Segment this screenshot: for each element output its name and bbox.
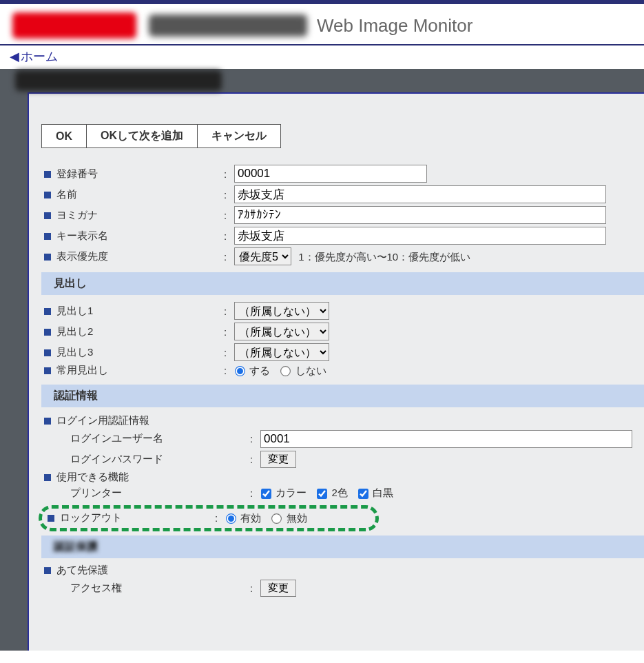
bullet-icon xyxy=(44,233,51,240)
bullet-icon xyxy=(44,308,51,315)
priority-label: 表示優先度 xyxy=(56,250,108,262)
name-label: 名前 xyxy=(56,188,77,200)
heading2-select[interactable]: （所属しない） xyxy=(234,323,329,340)
bullet-icon xyxy=(44,349,51,356)
auth-fields: ログイン用認証情報 ログインユーザー名 : ログインパスワード : 変更 使用で… xyxy=(41,413,644,502)
yomigana-label: ヨミガナ xyxy=(56,209,98,221)
heading1-select[interactable]: （所属しない） xyxy=(234,302,329,320)
breadcrumb-home[interactable]: ホーム xyxy=(21,50,58,63)
login-pw-label: ログインパスワード xyxy=(70,453,163,465)
section-auth: 認証情報 xyxy=(41,385,644,407)
printer-bw-label[interactable]: 白黒 xyxy=(357,487,393,498)
address-edit-dialog: OK OKして次を追加 キャンセル 登録番号 : 名前 : ヨミ xyxy=(28,92,644,651)
ok-and-add-next-button[interactable]: OKして次を追加 xyxy=(87,125,198,148)
key-display-input[interactable] xyxy=(234,227,606,245)
breadcrumb[interactable]: ◀ホーム xyxy=(0,45,644,68)
bullet-icon xyxy=(44,567,51,574)
login-info-label: ログイン用認証情報 xyxy=(56,414,149,426)
common-heading-no-radio[interactable] xyxy=(280,366,291,376)
common-heading-yes-radio[interactable] xyxy=(235,366,245,376)
features-label: 使用できる機能 xyxy=(56,471,129,482)
bullet-icon xyxy=(44,192,51,198)
background-page-title-blurred xyxy=(15,70,222,91)
lockout-highlight: ロックアウト : 有効 無効 xyxy=(39,505,379,531)
reg-no-input[interactable] xyxy=(234,165,427,183)
login-pw-change-button[interactable]: 変更 xyxy=(260,451,296,468)
key-display-label: キー表示名 xyxy=(56,229,108,241)
dialog-button-row: OK OKして次を追加 キャンセル xyxy=(41,124,644,148)
priority-note: 1：優先度が高い〜10：優先度が低い xyxy=(298,251,470,263)
bullet-icon xyxy=(44,212,51,219)
lockout-label: ロックアウト xyxy=(60,511,122,523)
heading3-label: 見出し3 xyxy=(56,346,93,358)
common-heading-yes-label[interactable]: する xyxy=(234,365,270,376)
name-input[interactable] xyxy=(234,185,606,203)
cancel-button[interactable]: キャンセル xyxy=(198,125,281,148)
brand-logo xyxy=(12,12,136,39)
bullet-icon xyxy=(44,171,51,178)
lockout-enabled-radio[interactable] xyxy=(226,513,236,524)
printer-bw-checkbox[interactable] xyxy=(358,489,368,499)
login-user-input[interactable] xyxy=(260,430,632,448)
ok-button[interactable]: OK xyxy=(42,125,87,148)
section-auth-protect-blurred: 認証保護 xyxy=(41,536,644,558)
basic-fields: 登録番号 : 名前 : ヨミガナ : キー表示名 : xyxy=(41,163,644,267)
heading1-label: 見出し1 xyxy=(56,305,93,316)
printer-color-label[interactable]: カラー xyxy=(260,487,307,498)
printer-color-checkbox[interactable] xyxy=(261,489,271,499)
heading3-select[interactable]: （所属しない） xyxy=(234,343,329,361)
model-name-blurred xyxy=(149,14,307,37)
bullet-icon xyxy=(44,254,51,261)
access-right-change-button[interactable]: 変更 xyxy=(260,580,296,597)
breadcrumb-arrow-icon: ◀ xyxy=(10,50,19,63)
login-user-label: ログインユーザー名 xyxy=(70,432,163,444)
bullet-icon xyxy=(44,367,51,374)
access-right-label: アクセス権 xyxy=(70,582,122,593)
section-heading: 見出し xyxy=(41,272,644,295)
bullet-icon xyxy=(44,329,51,336)
heading2-label: 見出し2 xyxy=(56,325,93,337)
lockout-disabled-radio[interactable] xyxy=(271,513,282,524)
reg-no-label: 登録番号 xyxy=(56,167,98,179)
bullet-icon xyxy=(44,418,51,425)
lockout-disabled-label[interactable]: 無効 xyxy=(271,512,307,524)
common-heading-label: 常用見出し xyxy=(56,364,108,376)
priority-select[interactable]: 優先度5 xyxy=(234,247,291,265)
dest-protect-fields: あて先保護 アクセス権 : 変更 xyxy=(41,562,644,598)
yomigana-input[interactable] xyxy=(234,206,606,224)
app-title: Web Image Monitor xyxy=(317,15,472,37)
printer-2color-label[interactable]: 2色 xyxy=(316,487,348,498)
printer-label: プリンター xyxy=(70,487,122,498)
app-header: Web Image Monitor xyxy=(0,0,644,45)
lockout-enabled-label[interactable]: 有効 xyxy=(225,512,261,524)
bullet-icon xyxy=(48,515,54,522)
dest-protect-label: あて先保護 xyxy=(56,564,108,575)
heading-fields: 見出し1 : （所属しない） 見出し2 : （所属しない） 見出し3 : （所属… xyxy=(41,300,644,379)
bullet-icon xyxy=(44,474,51,481)
common-heading-no-label[interactable]: しない xyxy=(280,365,326,376)
printer-2color-checkbox[interactable] xyxy=(317,489,327,499)
